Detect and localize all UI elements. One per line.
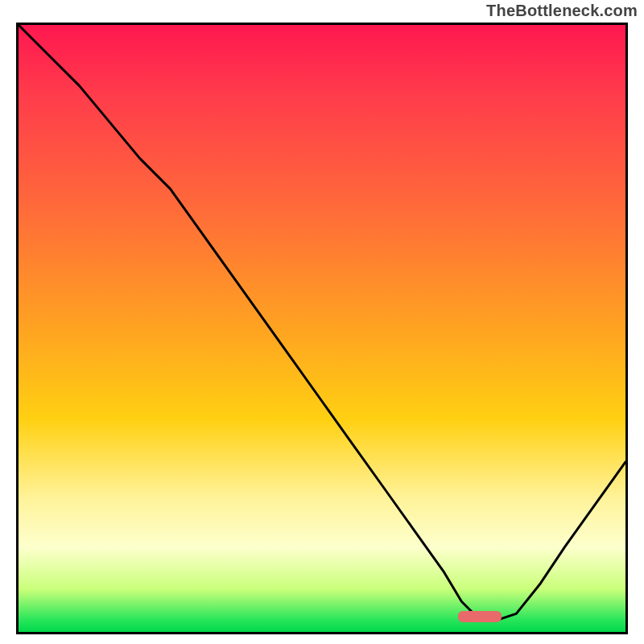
plot-frame [16,23,628,634]
bottleneck-curve [19,25,625,620]
optimal-marker [458,611,502,622]
curve-layer [19,25,625,632]
chart-container: TheBottleneck.com [0,0,644,644]
attribution-label: TheBottleneck.com [486,2,638,20]
